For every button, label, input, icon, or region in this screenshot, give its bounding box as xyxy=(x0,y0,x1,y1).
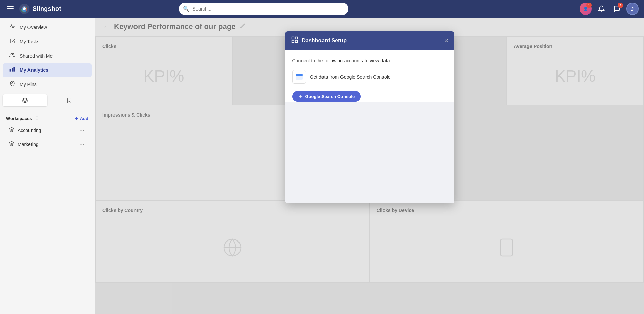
search-input[interactable] xyxy=(179,3,348,15)
brand-logo-area: Slingshot xyxy=(19,3,61,14)
workspace-layers-icon-accounting xyxy=(9,127,14,134)
add-google-search-console-button[interactable]: Google Search Console xyxy=(292,91,361,102)
svg-rect-25 xyxy=(292,40,294,42)
svg-rect-3 xyxy=(14,67,15,71)
svg-point-1 xyxy=(23,7,26,10)
svg-marker-16 xyxy=(9,127,14,130)
workspace-marketing-label: Marketing xyxy=(18,142,38,147)
user-profile-icon[interactable]: 👤 1 xyxy=(580,3,592,15)
modal-backdrop[interactable]: Dashboard Setup × Connect to the followi… xyxy=(95,18,644,314)
slingshot-logo-icon xyxy=(19,3,30,14)
modal-header: Dashboard Setup × xyxy=(285,31,454,50)
messages-badge: 3 xyxy=(618,3,623,8)
svg-rect-28 xyxy=(296,77,299,77)
hamburger-menu[interactable] xyxy=(5,5,15,13)
bar-chart-icon xyxy=(9,67,16,74)
sidebar-item-shared-label: Shared with Me xyxy=(20,53,53,59)
sidebar-tabs xyxy=(3,94,92,109)
modal-header-icon xyxy=(291,36,298,45)
sidebar-tab-layers[interactable] xyxy=(3,94,47,106)
svg-marker-17 xyxy=(9,141,14,144)
modal-title: Dashboard Setup xyxy=(302,38,441,44)
sidebar-item-analytics[interactable]: My Analytics xyxy=(3,63,92,77)
dashboard-setup-modal: Dashboard Setup × Connect to the followi… xyxy=(285,31,454,203)
bell-icon xyxy=(598,5,605,12)
main-content: ← Keyword Performance of our page Clicks… xyxy=(95,18,644,314)
data-source-item: Get data from Google Search Console xyxy=(292,70,447,84)
sidebar-item-overview-label: My Overview xyxy=(20,25,47,30)
shared-user-icon xyxy=(9,53,16,59)
check-square-icon xyxy=(9,38,16,45)
sidebar: My Overview My Tasks Shared with Me My A… xyxy=(0,18,95,314)
profile-badge: 1 xyxy=(586,3,592,8)
workspace-layers-icon-marketing xyxy=(9,141,14,148)
svg-rect-27 xyxy=(296,74,303,76)
sidebar-item-tasks-label: My Tasks xyxy=(20,39,39,44)
sidebar-item-pins-label: My Pins xyxy=(20,82,37,87)
user-initial: J xyxy=(631,6,634,12)
workspace-accounting-label: Accounting xyxy=(18,128,41,133)
svg-rect-22 xyxy=(292,37,294,39)
svg-rect-23 xyxy=(295,37,297,39)
sidebar-tab-bookmark[interactable] xyxy=(47,94,92,106)
sort-icon[interactable] xyxy=(34,116,39,121)
activity-icon xyxy=(9,24,16,31)
workspaces-label: Workspaces xyxy=(6,116,32,121)
top-navigation: Slingshot 🔍 👤 1 3 J xyxy=(0,0,644,18)
svg-rect-24 xyxy=(295,40,297,42)
search-icon: 🔍 xyxy=(183,6,189,12)
user-avatar-button[interactable]: J xyxy=(626,3,639,15)
add-button-label: Google Search Console xyxy=(305,94,355,99)
data-source-label: Get data from Google Search Console xyxy=(310,74,391,80)
sidebar-item-pins[interactable]: My Pins xyxy=(3,78,92,91)
modal-close-button[interactable]: × xyxy=(444,38,448,44)
brand-name: Slingshot xyxy=(33,5,61,13)
svg-rect-4 xyxy=(12,68,13,71)
notifications-button[interactable] xyxy=(595,3,607,15)
modal-empty-area xyxy=(285,102,454,203)
sidebar-item-overview[interactable]: My Overview xyxy=(3,21,92,34)
add-workspace-label: Add xyxy=(80,116,88,121)
search-bar: 🔍 xyxy=(179,3,348,15)
topnav-right-area: 👤 1 3 J xyxy=(580,3,639,15)
modal-description: Connect to the following accounts to vie… xyxy=(292,58,447,63)
sidebar-item-shared[interactable]: Shared with Me xyxy=(3,49,92,63)
add-workspace-button[interactable]: Add xyxy=(74,116,88,121)
workspaces-header: Workspaces Add xyxy=(0,113,95,123)
workspace-item-marketing[interactable]: Marketing ··· xyxy=(3,138,92,151)
workspace-accounting-more[interactable]: ··· xyxy=(78,127,86,134)
messages-button[interactable]: 3 xyxy=(611,3,623,15)
workspace-item-accounting[interactable]: Accounting ··· xyxy=(3,124,92,137)
svg-point-2 xyxy=(11,53,12,55)
svg-point-6 xyxy=(12,83,13,84)
plus-icon xyxy=(298,94,303,99)
svg-rect-29 xyxy=(296,78,298,78)
modal-body: Connect to the following accounts to vie… xyxy=(285,50,454,203)
data-source-icon xyxy=(292,70,306,84)
workspace-marketing-more[interactable]: ··· xyxy=(78,141,86,148)
svg-marker-7 xyxy=(22,98,27,101)
sidebar-item-analytics-label: My Analytics xyxy=(20,67,48,73)
pin-icon xyxy=(9,81,16,88)
svg-rect-5 xyxy=(10,70,11,71)
sidebar-item-tasks[interactable]: My Tasks xyxy=(3,35,92,48)
